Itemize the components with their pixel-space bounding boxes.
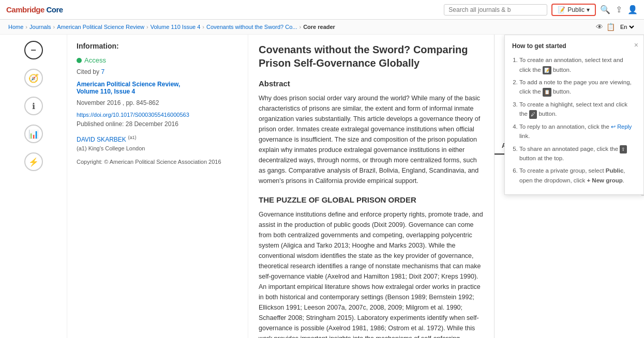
search-input[interactable]	[444, 4, 547, 16]
howto-step4: To reply to an annotation, click the ↩ R…	[519, 122, 636, 141]
copyright: Copyright: © American Political Science …	[77, 158, 238, 166]
information-heading: Information:	[77, 42, 238, 50]
author-sup: (a1)	[128, 135, 136, 140]
search-icon[interactable]: 🔍	[600, 5, 610, 14]
affil-label: (a1)	[77, 145, 87, 151]
pages-date: November 2016 , pp. 845-862	[77, 99, 238, 106]
note-icon[interactable]: 📋	[606, 23, 615, 31]
abstract-text: Why does prison social order vary around…	[259, 93, 484, 186]
logo-core: Core	[47, 5, 63, 14]
step2-icon: 📋	[543, 88, 551, 96]
volume-issue[interactable]: Volume 110, Issue 4	[77, 88, 135, 95]
cited-by-count[interactable]: 7	[101, 68, 104, 75]
main: − 🧭 ℹ 📊 ⚡ Information: Access Cited by 7…	[0, 35, 644, 338]
how-to-popup: How to get started × To create an annota…	[504, 35, 644, 195]
howto-steps: To create an annotation, select text and…	[512, 55, 636, 185]
access-label: Access	[84, 56, 106, 64]
cited-by: Cited by 7	[77, 68, 238, 75]
popup-close-button[interactable]: ×	[634, 39, 638, 51]
breadcrumb-current: Core reader	[303, 24, 335, 30]
eye-icon-area: 👁 📋 En	[596, 23, 636, 31]
abstract-heading: Abstract	[259, 79, 484, 88]
author-area: DAVID SKARBEK (a1)	[77, 135, 238, 143]
eye-icon[interactable]: 👁	[596, 23, 603, 31]
annotation-icon: 📝	[558, 6, 565, 13]
cambridge-logo[interactable]: Cambridge Core	[6, 5, 63, 14]
step3-icon: 🖊	[529, 110, 537, 118]
info-panel: Information: Access Cited by 7 American …	[67, 35, 248, 338]
howto-step3: To create a highlight, select text and c…	[519, 100, 636, 119]
breadcrumb: Home › Journals › American Political Sci…	[0, 20, 644, 35]
journal-info: American Political Science Review, Volum…	[77, 81, 238, 95]
step4-reply: ↩ Reply	[611, 124, 632, 130]
sidebar: − 🧭 ℹ 📊 ⚡	[0, 35, 67, 338]
topbar-left: Cambridge Core	[6, 5, 63, 14]
howto-step2: To add a note to the page you are viewin…	[519, 78, 636, 97]
reader: Covenants without the Sword? Comparing P…	[248, 35, 494, 338]
logo-cambridge: Cambridge	[6, 5, 44, 14]
doi-area: https://doi.org/10.1017/S000305541600056…	[77, 111, 238, 118]
section1-text1: Governance institutions define and enfor…	[259, 209, 484, 338]
topbar-right: 📝 Public ▾ 🔍 ⇪ 👤	[444, 4, 638, 16]
breadcrumb-article[interactable]: Covenants without the Sword? Co...	[206, 24, 297, 30]
breadcrumb-journals[interactable]: Journals	[29, 24, 51, 30]
author-name[interactable]: DAVID SKARBEK	[77, 136, 126, 143]
breadcrumb-home[interactable]: Home	[8, 24, 23, 30]
access-badge: Access	[77, 56, 238, 64]
breadcrumb-volume[interactable]: Volume 110 Issue 4	[151, 24, 201, 30]
published-online: Published online: 28 December 2016	[77, 120, 238, 128]
affil-text: King's College London	[88, 145, 145, 151]
topbar: Cambridge Core 📝 Public ▾ 🔍 ⇪ 👤	[0, 0, 644, 20]
howto-step1: To create an annotation, select text and…	[519, 55, 636, 74]
sep3: ›	[146, 24, 148, 30]
doi-link[interactable]: https://doi.org/10.1017/S000305541600056…	[77, 112, 189, 118]
public-button[interactable]: 📝 Public ▾	[551, 4, 596, 16]
access-dot	[77, 58, 82, 63]
step5-icon: ⇪	[620, 145, 627, 153]
topbar-icons: 🔍 ⇪ 👤	[600, 5, 638, 14]
howto-step6: To create a private group, select Public…	[519, 166, 636, 185]
sidebar-info-button[interactable]: ℹ	[24, 97, 43, 115]
chevron-down-icon: ▾	[587, 6, 590, 13]
journal-name[interactable]: American Political Science Review,	[77, 81, 180, 88]
step1-icon: 📝	[543, 66, 551, 74]
cited-by-label: Cited by	[77, 68, 99, 75]
howto-step5: To share an annotated page, click the ⇪ …	[519, 144, 636, 163]
article-title: Covenants without the Sword? Comparing P…	[259, 43, 484, 70]
breadcrumb-journal[interactable]: American Political Science Review	[57, 24, 144, 30]
user-icon[interactable]: 👤	[627, 5, 638, 14]
popup-title: How to get started	[512, 41, 636, 51]
sep2: ›	[53, 24, 55, 30]
section1-heading: THE PUZZLE OF GLOBAL PRISON ORDER	[259, 195, 484, 204]
sidebar-compass-button[interactable]: 🧭	[24, 69, 43, 87]
public-label: Public	[567, 6, 585, 13]
copyright-text: Copyright: © American Political Science …	[77, 158, 238, 166]
share-icon[interactable]: ⇪	[616, 5, 622, 14]
sidebar-bolt-button[interactable]: ⚡	[24, 152, 43, 171]
sep1: ›	[25, 24, 27, 30]
content: Information: Access Cited by 7 American …	[67, 35, 644, 338]
sidebar-minus-button[interactable]: −	[24, 41, 43, 59]
sep4: ›	[202, 24, 204, 30]
sidebar-chart-button[interactable]: 📊	[24, 125, 43, 143]
language-select[interactable]: En	[618, 23, 636, 30]
affiliation: (a1) King's College London	[77, 145, 238, 151]
sep5: ›	[299, 24, 301, 30]
annotations-panel: How to get started × To create an annota…	[494, 35, 644, 338]
